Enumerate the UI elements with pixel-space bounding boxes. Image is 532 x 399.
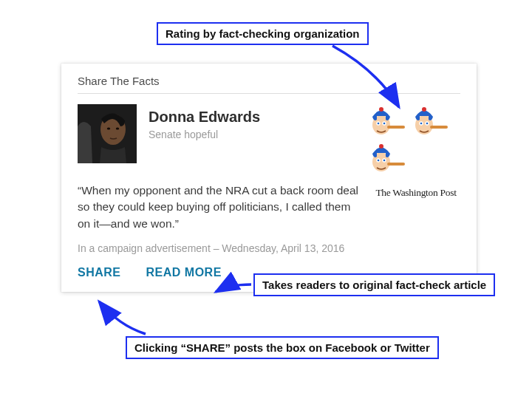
svg-point-16 xyxy=(426,123,429,125)
outlet-logo: The Washington Post xyxy=(372,183,460,199)
svg-point-21 xyxy=(378,160,380,162)
pinocchio-icon xyxy=(411,106,449,138)
name-block: Donna Edwards Senate hopeful xyxy=(149,104,356,140)
svg-rect-17 xyxy=(430,126,448,129)
pinocchio-icon xyxy=(368,106,406,138)
read-more-button[interactable]: READ MORE xyxy=(146,266,222,279)
callout-share: Clicking “SHARE” posts the box on Facebo… xyxy=(126,336,439,359)
svg-point-23 xyxy=(383,160,386,162)
svg-point-19 xyxy=(379,144,383,149)
callout-readmore: Takes readers to original fact-check art… xyxy=(253,273,495,296)
card-title: Share The Facts xyxy=(78,75,460,94)
rating-block xyxy=(368,104,460,175)
person-subtitle: Senate hopeful xyxy=(149,129,356,140)
fact-check-card: Share The Facts Donna Edwards Senate hop… xyxy=(61,64,477,292)
callout-rating: Rating by fact-checking organization xyxy=(157,22,369,45)
svg-point-3 xyxy=(116,127,119,129)
person-name: Donna Edwards xyxy=(149,109,356,126)
svg-point-7 xyxy=(378,123,380,125)
quote-text: “When my opponent and the NRA cut a back… xyxy=(78,183,361,232)
svg-point-9 xyxy=(383,123,386,125)
card-header-row: Donna Edwards Senate hopeful xyxy=(78,104,460,175)
svg-point-12 xyxy=(422,107,426,112)
svg-point-5 xyxy=(379,107,383,112)
svg-point-14 xyxy=(420,123,423,125)
svg-point-2 xyxy=(107,127,110,129)
pinocchio-icon xyxy=(368,143,406,175)
card-body-row: “When my opponent and the NRA cut a back… xyxy=(78,183,460,232)
svg-rect-24 xyxy=(387,163,405,166)
svg-rect-10 xyxy=(387,126,405,129)
share-button[interactable]: SHARE xyxy=(78,266,121,279)
context-line: In a campaign advertisement – Wednesday,… xyxy=(78,242,460,254)
avatar xyxy=(78,104,137,163)
